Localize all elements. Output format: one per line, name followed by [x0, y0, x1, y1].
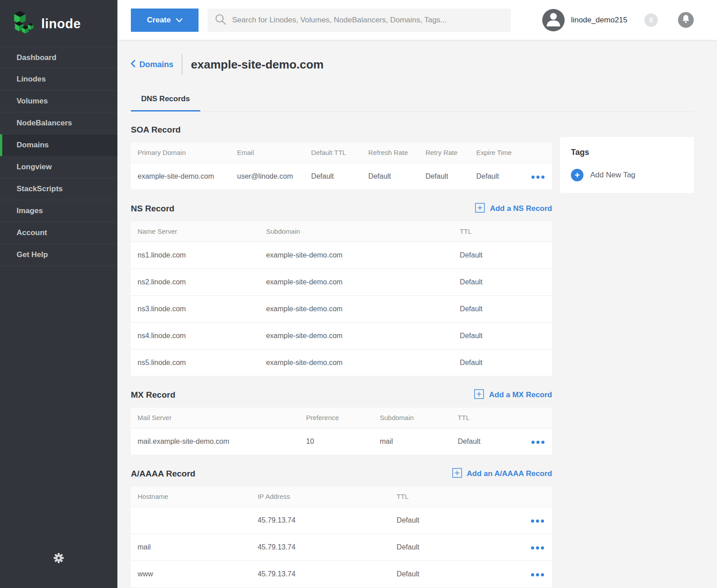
row-actions-menu[interactable]: [531, 545, 544, 551]
column-header: Subdomain: [259, 221, 453, 242]
table-cell: Default: [453, 242, 552, 269]
notification-count: 0: [649, 16, 653, 24]
table-cell: Default: [453, 322, 552, 349]
actions-cell: [523, 507, 552, 534]
breadcrumb-back-link[interactable]: Domains: [131, 60, 173, 69]
section-ns-record: NS RecordAdd a NS RecordName ServerSubdo…: [131, 202, 552, 377]
settings-button[interactable]: [0, 552, 117, 566]
row-actions-menu[interactable]: [531, 439, 544, 446]
search-icon: [215, 13, 226, 27]
column-header: Retry Rate: [419, 142, 469, 163]
add-new-tag-button[interactable]: + Add New Tag: [571, 169, 683, 181]
username[interactable]: linode_demo215: [571, 16, 627, 25]
section-mx-record: MX RecordAdd a MX RecordMail ServerPrefe…: [131, 388, 552, 455]
table-row: example-site-demo.comuser@linode.comDefa…: [131, 163, 552, 190]
sidebar-item-nodebalancers[interactable]: NodeBalancers: [0, 112, 117, 134]
table-cell: example-site-demo.com: [259, 349, 453, 376]
topbar: Create: [117, 0, 717, 40]
plus-box-icon: [452, 468, 462, 480]
table-row: www45.79.13.74Default: [131, 561, 552, 588]
row-actions-menu[interactable]: [531, 571, 544, 578]
ellipsis-icon: [531, 176, 535, 179]
ns-record-table: Name ServerSubdomainTTLns1.linode.comexa…: [131, 221, 552, 377]
column-header: Email: [230, 142, 304, 163]
linode-cubes-icon: [13, 9, 36, 39]
add-ns-record-link[interactable]: Add a NS Record: [475, 203, 552, 215]
section-a-record: A/AAAA RecordAdd an A/AAAA RecordHostnam…: [131, 467, 552, 588]
table-cell: ns1.linode.com: [131, 242, 259, 269]
table-cell: example-site-demo.com: [259, 242, 453, 269]
table-cell: Default: [453, 349, 552, 376]
app-window: linode DashboardLinodesVolumesNodeBalanc…: [0, 0, 717, 588]
actions-cell: [525, 163, 552, 190]
table-cell: mail.example-site-demo.com: [131, 428, 299, 455]
table-cell: example-site-demo.com: [259, 322, 453, 349]
table-cell: 10: [299, 428, 373, 455]
gear-icon: [53, 552, 65, 566]
breadcrumb-back-label: Domains: [139, 60, 173, 69]
add-mx-record-link[interactable]: Add a MX Record: [474, 389, 552, 401]
actions-column-header: [523, 486, 552, 507]
create-button[interactable]: Create: [131, 9, 199, 32]
sidebar-item-domains[interactable]: Domains: [0, 134, 117, 156]
sidebar-item-account[interactable]: Account: [0, 222, 117, 244]
ellipsis-icon: [531, 441, 535, 444]
column-header: Primary Domain: [131, 142, 230, 163]
tags-panel-title: Tags: [571, 148, 683, 157]
table-row: mail.example-site-demo.com10mailDefault: [131, 428, 552, 455]
add-record-label: Add a MX Record: [489, 391, 552, 399]
table-row: ns4.linode.comexample-site-demo.comDefau…: [131, 322, 552, 349]
table-cell: Default: [453, 296, 552, 322]
table-row: ns5.linode.comexample-site-demo.comDefau…: [131, 349, 552, 376]
table-cell: Default: [390, 561, 523, 588]
sidebar-item-get-help[interactable]: Get Help: [0, 244, 117, 266]
table-cell: www: [131, 561, 251, 588]
sidebar-item-images[interactable]: Images: [0, 200, 117, 222]
content-area: Domains example-site-demo.com DNS Record…: [117, 40, 717, 588]
table-row: 45.79.13.74Default: [131, 507, 552, 534]
table-cell: 45.79.13.74: [251, 507, 390, 534]
table-cell: Default: [390, 507, 523, 534]
sidebar-item-linodes[interactable]: Linodes: [0, 69, 117, 90]
notification-count-badge[interactable]: 0: [644, 13, 658, 27]
search-input[interactable]: [232, 16, 504, 25]
table-cell: example-site-demo.com: [259, 269, 453, 296]
chevron-left-icon: [131, 60, 135, 69]
row-actions-menu[interactable]: [531, 174, 544, 180]
add-a-record-link[interactable]: Add an A/AAAA Record: [452, 468, 552, 480]
sidebar: linode DashboardLinodesVolumesNodeBalanc…: [0, 0, 117, 588]
column-header: TTL: [451, 408, 525, 428]
column-header: IP Address: [251, 486, 390, 507]
column-header: Name Server: [131, 221, 259, 242]
table-cell: Default: [470, 163, 525, 190]
breadcrumb: Domains example-site-demo.com: [131, 54, 694, 75]
column-header: Mail Server: [131, 408, 299, 428]
sidebar-item-longview[interactable]: Longview: [0, 156, 117, 178]
avatar[interactable]: [542, 9, 565, 31]
bell-icon: [682, 15, 690, 25]
table-row: ns3.linode.comexample-site-demo.comDefau…: [131, 296, 552, 322]
row-actions-menu[interactable]: [531, 518, 544, 524]
plus-circle-icon: +: [571, 169, 583, 181]
tab-bar: DNS Records: [131, 90, 694, 112]
column-header: Refresh Rate: [362, 142, 419, 163]
section-title: NS Record: [131, 204, 174, 214]
table-cell: ns4.linode.com: [131, 322, 259, 349]
actions-column-header: [525, 408, 552, 428]
linode-logo[interactable]: linode: [0, 0, 117, 47]
section-title: A/AAAA Record: [131, 469, 195, 479]
user-area: linode_demo215 0: [542, 9, 694, 31]
tab-dns-records[interactable]: DNS Records: [131, 90, 200, 112]
sidebar-item-volumes[interactable]: Volumes: [0, 90, 117, 112]
notifications-bell-button[interactable]: [678, 12, 694, 28]
table-cell: ns3.linode.com: [131, 296, 259, 322]
search-bar[interactable]: [207, 9, 511, 32]
sidebar-item-dashboard[interactable]: Dashboard: [0, 47, 117, 69]
plus-box-icon: [474, 389, 484, 401]
table-cell: example-site-demo.com: [131, 163, 230, 190]
sidebar-item-stackscripts[interactable]: StackScripts: [0, 178, 117, 200]
table-cell: 45.79.13.74: [251, 561, 390, 588]
table-cell: Default: [390, 534, 523, 561]
brand-name: linode: [41, 17, 81, 31]
table-cell: Default: [362, 163, 419, 190]
